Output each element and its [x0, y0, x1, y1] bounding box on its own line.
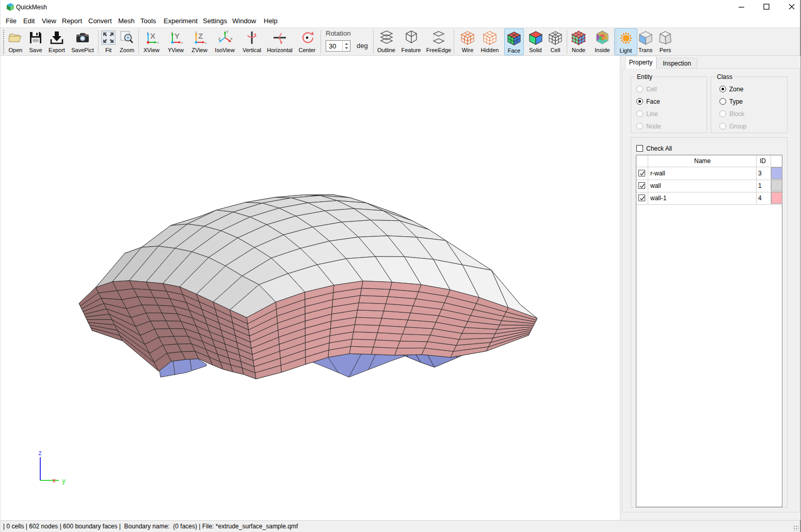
- svg-text:x: x: [171, 31, 172, 34]
- svg-text:X: X: [230, 37, 233, 41]
- svg-text:Y: Y: [226, 30, 229, 34]
- svg-text:z: z: [181, 41, 183, 44]
- svg-text:x: x: [52, 477, 56, 485]
- svg-text:Z: Z: [198, 31, 203, 40]
- svg-text:y: y: [62, 478, 66, 485]
- svg-text:Y: Y: [195, 31, 197, 34]
- svg-text:Y: Y: [157, 41, 159, 44]
- svg-text:z: z: [38, 450, 42, 457]
- svg-text:Z: Z: [218, 37, 221, 41]
- svg-text:X: X: [150, 31, 155, 40]
- svg-text:x: x: [205, 41, 206, 44]
- svg-text:z: z: [147, 31, 148, 34]
- svg-text:Y: Y: [174, 31, 180, 40]
